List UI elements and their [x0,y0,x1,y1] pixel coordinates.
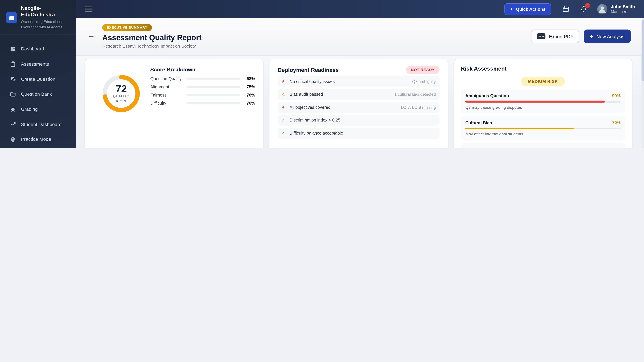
medium-risk-badge: MEDIUM RISK [521,77,565,86]
plus-icon: + [590,33,593,39]
brain-icon [10,136,16,143]
brand-name: Nexgile- EduOrchestra [21,5,62,18]
metric-bar [186,77,240,80]
readiness-check-row: ✓ Discrimination index > 0.25 [278,115,440,125]
calendar-icon[interactable] [562,5,569,13]
new-analysis-button[interactable]: + New Analysis [584,29,631,43]
main-content: 72 QUALITY SCORE Score Breakdown Questio… [76,55,641,148]
readiness-check-row: ✗ No critical quality issues Q7 ambiguit… [278,76,440,87]
assessment-quality-report-page: Nexgile- EduOrchestra Orchestrating Educ… [0,0,644,148]
sidebar-item-dashboard[interactable]: Dashboard [0,41,76,56]
metric-row: Question Quality 68% [150,76,255,81]
page-header: ← EXECUTIVE SUMMARY Assessment Quality R… [76,18,641,56]
pdf-icon: PDF [537,33,546,39]
briefcase-logo-icon [6,12,17,23]
risk-assessment-card: Risk Assessment MEDIUM RISK Ambiguous Qu… [454,59,632,148]
clipboard-icon [10,61,16,67]
hamburger-menu-icon[interactable] [85,6,92,12]
risk-bar [466,100,621,102]
check-icon: ✓ [282,118,287,122]
brand-tagline: Orchestrating Educational Excellence wit… [21,19,62,30]
back-arrow-icon[interactable]: ← [88,32,95,40]
grid-icon [10,46,16,52]
score-breakdown-card: 72 QUALITY SCORE Score Breakdown Questio… [84,59,264,148]
metric-bar [186,86,240,88]
deployment-readiness-title: Deployment Readiness [278,67,339,73]
score-breakdown-title: Score Breakdown [150,66,255,73]
notification-badge: 4 [585,3,590,8]
brand: Nexgile- EduOrchestra Orchestrating Educ… [0,0,76,34]
trend-up-icon [10,121,16,128]
risk-item: Cultural Bias 70% May affect internation… [461,116,625,140]
metric-bar [186,102,240,104]
risk-assessment-title: Risk Assessment [461,66,625,72]
sidebar-item-achievements[interactable]: Achievements [0,147,76,148]
quick-actions-button[interactable]: + Quick Actions [504,3,551,15]
sidebar: Nexgile- EduOrchestra Orchestrating Educ… [0,0,76,148]
executive-summary-badge: EXECUTIVE SUMMARY [102,24,152,31]
metric-row: Alignment 75% [150,84,255,89]
metric-row: Fairness 78% [150,93,255,97]
risk-item: Coverage Gap 50% 2 objectives not assess… [461,143,625,148]
bell-icon[interactable]: 4 [580,5,587,13]
not-ready-badge: NOT READY [406,66,440,74]
star-icon [10,106,16,112]
metric-bar [186,94,240,96]
sidebar-nav: Dashboard Assessments Create Question Qu… [0,41,76,148]
user-menu[interactable]: John Smith Manager [597,4,635,14]
plus-icon: + [510,6,513,12]
scrollbar-thumb[interactable] [642,20,644,81]
list-pencil-icon [10,76,16,82]
sidebar-item-assessments[interactable]: Assessments [0,56,76,71]
risk-bar [466,127,621,129]
scrollbar-track[interactable] [641,18,644,148]
check-icon: ✓ [282,131,287,135]
deployment-readiness-card: Deployment Readiness NOT READY ✗ No crit… [269,59,448,148]
sidebar-item-grading[interactable]: Grading [0,102,76,117]
export-pdf-button[interactable]: PDF Export PDF [531,29,579,43]
page-title: Assessment Quality Report [102,33,202,42]
metric-row: Difficulty 70% [150,101,255,105]
topbar: + Quick Actions 4 John Smith Manager [76,0,644,18]
quality-score-value: 72 [116,83,127,94]
sidebar-item-create-question[interactable]: Create Question [0,71,76,87]
page-subtitle: Research Essay: Technology Impact on Soc… [102,43,196,48]
sidebar-item-student-dashboard[interactable]: Student Dashboard [0,117,76,132]
user-name: John Smith [611,4,635,9]
sidebar-item-question-bank[interactable]: Question Bank [0,87,76,102]
readiness-check-row: ⚠ Bias audit passed 1 cultural bias dete… [278,89,440,100]
avatar [597,4,608,14]
risk-item: Ambiguous Question 90% Q7 may cause grad… [461,89,625,113]
quality-score-donut: 72 QUALITY SCORE [100,73,142,114]
readiness-check-row: ✓ Difficulty balance acceptable [278,128,440,139]
folder-icon [10,91,16,97]
x-icon: ✗ [282,79,287,84]
sidebar-item-practice-mode[interactable]: Practice Mode [0,132,76,147]
x-icon: ✗ [282,105,287,110]
user-role: Manager [611,9,635,14]
readiness-check-row: ✗ All objectives covered LO-7, LO-8 miss… [278,102,440,113]
warning-icon: ⚠ [282,92,287,97]
